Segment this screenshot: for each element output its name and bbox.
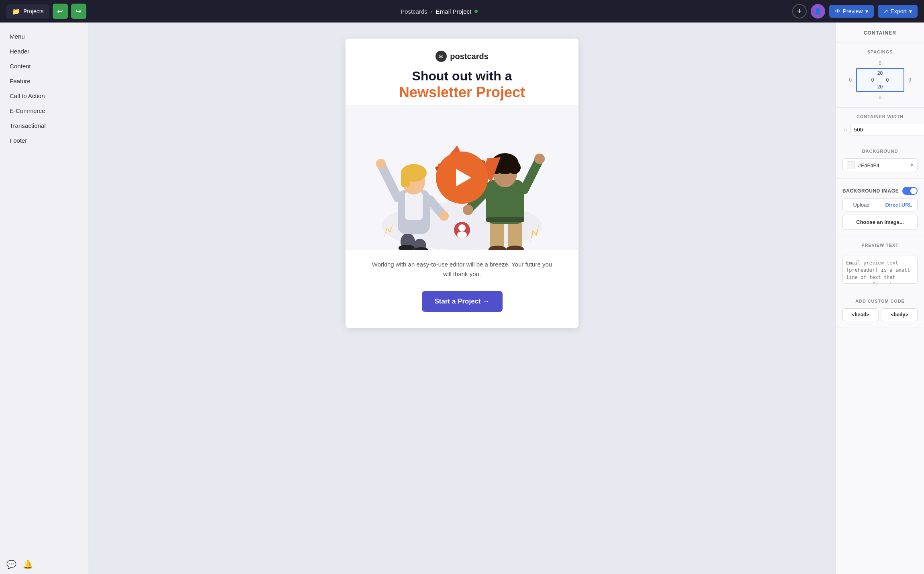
custom-code-title: ADD CUSTOM CODE [842,299,918,303]
breadcrumb-child[interactable]: Email Project [436,8,471,15]
headline-line1: Shout out with a [362,68,562,84]
topbar: 📁 Projects ↩ ↪ Postcards › Email Project… [0,0,924,23]
email-body-text: Working with an easy-to-use editor will … [345,250,579,287]
toggle-row: BACKGROUND IMAGE [842,187,918,195]
avatar[interactable]: 👤 [811,4,825,18]
export-button[interactable]: ↗ Export ▾ [878,5,918,18]
projects-label: Projects [23,8,44,14]
preview-text-section: PREVIEW TEXT [836,236,924,292]
sidebar-item-ecommerce[interactable]: E-Commerce [0,103,88,118]
redo-button[interactable]: ↪ [71,4,86,19]
email-headline: Shout out with a Newsletter Project [345,68,579,105]
play-button[interactable] [436,152,488,204]
add-button[interactable]: + [792,4,807,18]
svg-point-11 [376,159,386,168]
container-header: CONTAINER [836,23,924,43]
body-code-button[interactable]: <body> [882,308,918,321]
sidebar-item-content[interactable]: Content [0,59,88,74]
background-image-title: BACKGROUND IMAGE [842,188,899,194]
cta-wrapper: Start a Project → [345,287,579,328]
svg-line-27 [524,162,538,190]
video-scene [345,105,579,250]
logo-text: postcards [450,52,489,61]
svg-point-28 [534,154,545,164]
export-arrow-icon: ↗ [883,8,888,14]
code-row: <head> <body> [842,308,918,321]
spacing-inner-bottom[interactable]: 20 [877,84,883,90]
svg-point-37 [458,224,466,232]
eye-icon: 👁 [835,8,840,14]
chat-icon[interactable]: 💬 [6,560,16,569]
resize-icon: ↔ [842,127,848,133]
sidebar-item-menu[interactable]: Menu [0,29,88,44]
container-width-title: CONTAINER WIDTH [842,114,918,119]
color-swatch[interactable] [847,161,855,169]
left-sidebar: Menu Header Content Feature Call to Acti… [0,23,88,574]
color-value: #F4F4F4 [858,162,908,168]
preview-text-input[interactable] [842,256,918,284]
main-canvas: ✉ postcards Shout out with a Newsletter … [88,23,836,574]
sidebar-item-feature[interactable]: Feature [0,74,88,88]
image-tab-row: Upload Direct URL [842,198,918,211]
container-width-section: CONTAINER WIDTH ↔ px [836,108,924,142]
breadcrumb-parent[interactable]: Postcards [401,8,427,15]
sidebar-item-footer[interactable]: Footer [0,133,88,148]
custom-code-section: ADD CUSTOM CODE <head> <body> [836,292,924,328]
bottom-bar: 💬 🔔 [0,554,88,574]
svg-point-24 [508,161,521,174]
headline-line2: Newsletter Project [362,84,562,101]
spacing-bottom-row: 0 [842,94,918,101]
sidebar-item-call-to-action[interactable]: Call to Action [0,88,88,103]
spacing-outer-top: 0 [879,60,881,66]
breadcrumb-chevron: › [431,8,433,15]
projects-button[interactable]: 📁 Projects [6,4,49,18]
spacing-middle-row: 0 20 0 0 20 0 [842,68,918,92]
notification-icon[interactable]: 🔔 [23,560,33,569]
export-chevron: ▾ [909,8,912,14]
spacing-diagram: 0 0 20 0 0 20 0 0 [842,59,918,101]
spacing-inner-box: 20 0 0 20 [856,68,904,92]
sidebar-item-transactional[interactable]: Transactional [0,118,88,133]
email-card: ✉ postcards Shout out with a Newsletter … [345,39,579,328]
container-width-input[interactable] [850,124,924,135]
export-label: Export [891,8,907,14]
logo-icon: ✉ [435,51,447,62]
background-image-section: BACKGROUND IMAGE Upload Direct URL Choos… [836,179,924,236]
preview-button[interactable]: 👁 Preview ▾ [829,5,874,18]
background-section: BACKGROUND #F4F4F4 ▾ [836,142,924,179]
spacing-outer-bottom: 0 [879,95,881,100]
svg-rect-20 [486,217,524,222]
spacings-section: SPACINGS 0 0 20 0 0 20 0 [836,43,924,108]
svg-point-26 [463,205,473,215]
background-image-toggle[interactable] [902,187,918,195]
spacing-outer-left: 0 [846,77,854,83]
spacing-inner-right[interactable]: 0 [886,77,889,83]
spacing-outer-right: 0 [906,77,914,83]
layout: Menu Header Content Feature Call to Acti… [0,23,924,574]
status-dot [474,10,478,13]
topbar-center: Postcards › Email Project [401,8,478,15]
svg-point-13 [439,211,449,221]
spacing-inner-left[interactable]: 0 [871,77,874,83]
choose-image-button[interactable]: Choose an Image... [842,215,918,230]
background-title: BACKGROUND [842,149,918,154]
svg-point-38 [457,232,467,238]
undo-button[interactable]: ↩ [53,4,68,19]
color-chevron-icon: ▾ [911,162,913,168]
sidebar-item-header[interactable]: Header [0,44,88,59]
email-logo: ✉ postcards [345,39,579,68]
head-code-button[interactable]: <head> [842,308,879,321]
folder-icon: 📁 [12,8,20,15]
spacing-top-row: 0 [842,59,918,66]
bg-color-row[interactable]: #F4F4F4 ▾ [842,158,918,172]
preview-chevron: ▾ [865,8,868,14]
svg-rect-6 [405,192,423,220]
spacing-inner-top[interactable]: 20 [877,70,883,76]
cta-button[interactable]: Start a Project → [422,291,503,312]
direct-url-tab[interactable]: Direct URL [880,199,917,211]
preview-label: Preview [843,8,863,14]
width-row: ↔ px [842,124,918,135]
spacings-title: SPACINGS [842,49,918,54]
upload-tab[interactable]: Upload [843,199,880,211]
container-title: CONTAINER [864,30,896,36]
